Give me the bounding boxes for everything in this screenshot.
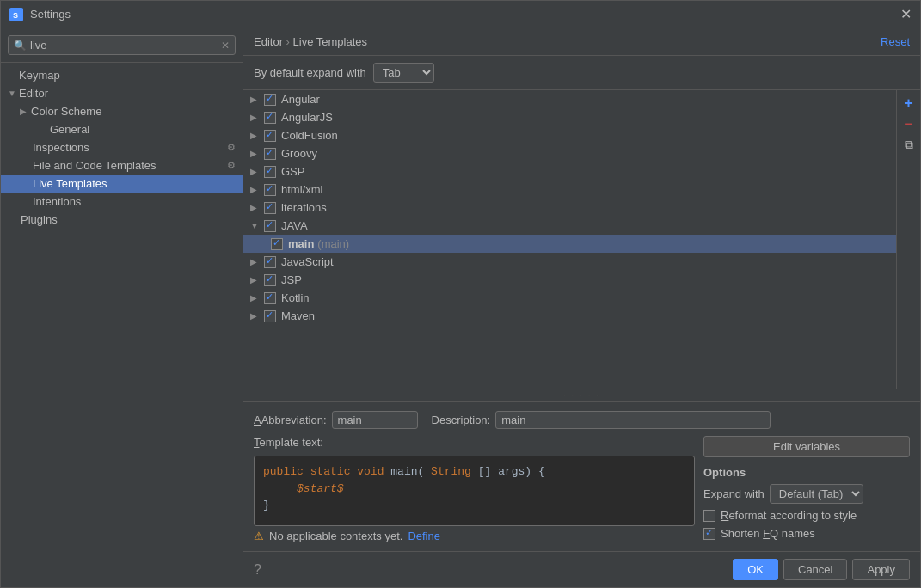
reformat-check[interactable] — [703, 510, 715, 522]
keyword-void: void — [357, 465, 384, 478]
ok-button[interactable]: OK — [733, 559, 778, 580]
jsp-check[interactable] — [264, 274, 276, 286]
search-input[interactable]: live — [30, 39, 221, 52]
sidebar-item-editor[interactable]: ▼ Editor — [1, 84, 243, 102]
search-clear-icon[interactable]: ✕ — [221, 40, 230, 52]
angularjs-check[interactable] — [264, 112, 276, 124]
abbreviation-input[interactable] — [332, 411, 418, 429]
edit-variables-button[interactable]: Edit variables — [703, 436, 910, 457]
template-editor[interactable]: public static void main( String [] args)… — [254, 456, 695, 526]
no-context-text: No applicable contexts yet. — [269, 530, 402, 542]
description-label: Description: — [432, 413, 491, 426]
color-scheme-arrow: ▶ — [20, 107, 28, 116]
file-code-icon: ⚙ — [227, 160, 236, 171]
javascript-arrow: ▶ — [250, 257, 261, 266]
group-kotlin[interactable]: ▶ Kotlin — [243, 289, 896, 307]
htmlxml-label: html/xml — [281, 183, 322, 196]
coldfusion-arrow: ▶ — [250, 131, 261, 140]
jsp-label: JSP — [281, 273, 302, 286]
editor-label: Editor — [19, 87, 48, 100]
titlebar: S Settings ✕ — [1, 1, 920, 28]
sidebar-item-plugins[interactable]: Plugins — [1, 211, 243, 229]
group-iterations[interactable]: ▶ iterations — [243, 199, 896, 217]
expand-with-select[interactable]: Default (Tab) Tab Enter Space — [770, 484, 863, 504]
main-desc: (main) — [317, 237, 349, 250]
angular-check[interactable] — [264, 94, 276, 106]
javascript-label: JavaScript — [281, 255, 334, 268]
description-group: Description: — [432, 411, 771, 429]
shorten-label: Shorten FQ names — [721, 527, 815, 540]
groovy-check[interactable] — [264, 148, 276, 160]
titlebar-left: S Settings — [9, 8, 71, 21]
define-link[interactable]: Define — [408, 530, 440, 542]
copy-button[interactable]: ⧉ — [900, 135, 918, 154]
sidebar-item-general[interactable]: General — [1, 120, 243, 138]
kotlin-arrow: ▶ — [250, 293, 261, 303]
kotlin-check[interactable] — [264, 292, 276, 304]
htmlxml-check[interactable] — [264, 184, 276, 196]
group-htmlxml[interactable]: ▶ html/xml — [243, 181, 896, 199]
search-input-wrap: 🔍 live ✕ — [8, 35, 236, 55]
gsp-check[interactable] — [264, 166, 276, 178]
expand-label: By default expand with — [254, 66, 366, 79]
reset-button[interactable]: Reset — [881, 35, 910, 48]
template-text-label: Template text: — [254, 436, 695, 449]
javascript-check[interactable] — [264, 256, 276, 268]
java-check[interactable] — [264, 220, 276, 232]
breadcrumb: Editor › Live Templates — [254, 35, 367, 48]
template-list-scroll[interactable]: ▶ Angular ▶ AngularJS ▶ ColdFusion — [243, 90, 896, 389]
sidebar-item-intentions[interactable]: Intentions — [1, 193, 243, 211]
group-angularjs[interactable]: ▶ AngularJS — [243, 108, 896, 126]
sidebar-item-live-templates[interactable]: Live Templates — [1, 175, 243, 193]
expand-select[interactable]: Tab Enter Space — [373, 63, 434, 83]
help-button[interactable]: ? — [254, 562, 261, 578]
variable-start: $start$ — [297, 482, 344, 495]
sidebar-item-color-scheme[interactable]: ▶ Color Scheme — [1, 102, 243, 120]
iterations-check[interactable] — [264, 202, 276, 214]
group-java[interactable]: ▼ JAVA — [243, 217, 896, 235]
group-javascript[interactable]: ▶ JavaScript — [243, 253, 896, 271]
apply-button[interactable]: Apply — [852, 559, 910, 580]
description-input[interactable] — [495, 411, 771, 429]
item-main[interactable]: main (main) — [243, 235, 896, 253]
cancel-button[interactable]: Cancel — [783, 559, 847, 580]
group-groovy[interactable]: ▶ Groovy — [243, 144, 896, 162]
iterations-label: iterations — [281, 201, 327, 214]
sidebar-item-keymap[interactable]: Keymap — [1, 66, 243, 84]
breadcrumb-separator: › — [286, 35, 293, 48]
maven-check[interactable] — [264, 310, 276, 322]
remove-button[interactable]: − — [900, 114, 918, 133]
main-panel: Editor › Live Templates Reset By default… — [243, 28, 920, 587]
keyword-public: public — [263, 465, 304, 478]
group-coldfusion[interactable]: ▶ ColdFusion — [243, 126, 896, 144]
method-name: main( — [390, 465, 424, 478]
main-check[interactable] — [271, 238, 283, 250]
gsp-arrow: ▶ — [250, 167, 261, 176]
intentions-label: Intentions — [33, 195, 81, 208]
close-button[interactable]: ✕ — [900, 6, 912, 22]
group-jsp[interactable]: ▶ JSP — [243, 271, 896, 289]
group-gsp[interactable]: ▶ GSP — [243, 162, 896, 181]
abbreviation-label: AAbbreviation: — [254, 413, 327, 426]
group-angular[interactable]: ▶ Angular — [243, 90, 896, 108]
detail-area: AAbbreviation: Description: — [243, 401, 920, 551]
settings-window: S Settings ✕ 🔍 live ✕ Keymap — [0, 0, 921, 588]
template-list-area: ▶ Angular ▶ AngularJS ▶ ColdFusion — [243, 90, 920, 389]
add-button[interactable]: + — [900, 94, 918, 113]
group-maven[interactable]: ▶ Maven — [243, 307, 896, 325]
fields-row: AAbbreviation: Description: — [254, 411, 910, 429]
angularjs-label: AngularJS — [281, 111, 333, 124]
shorten-check[interactable] — [703, 528, 715, 540]
remove-icon: − — [904, 115, 913, 133]
search-icon: 🔍 — [14, 40, 27, 52]
sidebar-item-file-code-templates[interactable]: File and Code Templates ⚙ — [1, 156, 243, 175]
sidebar-item-inspections[interactable]: Inspections ⚙ — [1, 138, 243, 156]
file-code-label: File and Code Templates — [33, 159, 157, 172]
angular-label: Angular — [281, 93, 320, 106]
keyword-string: String — [431, 465, 471, 478]
breadcrumb-section: Live Templates — [293, 35, 367, 48]
add-icon: + — [904, 95, 913, 113]
window-title: Settings — [30, 8, 71, 21]
coldfusion-check[interactable] — [264, 130, 276, 142]
keyword-static: static — [310, 465, 351, 478]
